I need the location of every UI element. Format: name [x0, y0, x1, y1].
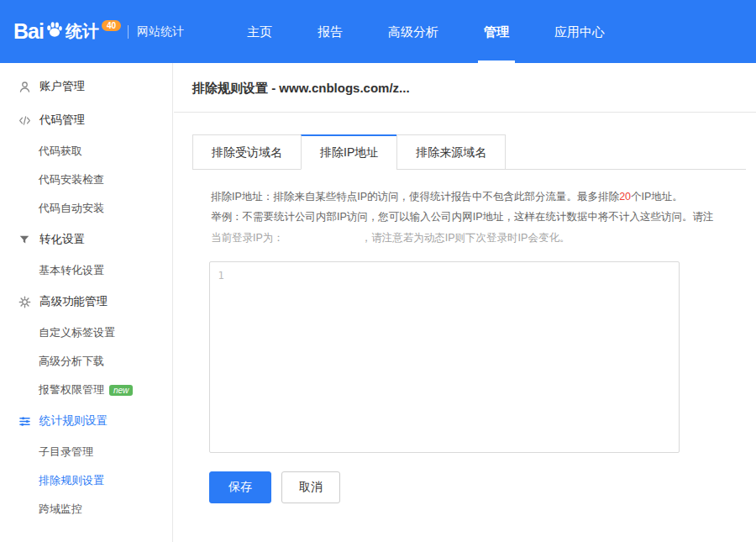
tab-bar: 排除受访域名 排除IP地址 排除来源域名 — [192, 134, 746, 170]
baidu-tongji-logo[interactable]: Bai 统计 40 网站统计 — [13, 19, 184, 45]
sidebar-item-label: 排除规则设置 — [39, 473, 104, 488]
help-line-1-text: 排除IP地址：排除来自某些特点IP的访问，使得统计报告中不包含此部分流量。最多排… — [211, 191, 619, 203]
help-line-3: 当前登录IP为：，请注意若为动态IP则下次登录时IP会变化。 — [211, 228, 746, 248]
sidebar-item-label: 账户管理 — [39, 79, 85, 94]
tab-exclude-visited-domain[interactable]: 排除受访域名 — [192, 134, 302, 170]
sidebar-item-label: 子目录管理 — [39, 445, 93, 460]
code-icon — [17, 113, 32, 127]
sidebar-item-stat-rules[interactable]: 统计规则设置 — [0, 404, 172, 438]
tab-label: 排除来源域名 — [416, 145, 486, 159]
sidebar-item-advanced-analysis-download[interactable]: 高级分析下载 — [0, 347, 172, 376]
sidebar-item-code-get[interactable]: 代码获取 — [0, 137, 172, 166]
nav-item-manage[interactable]: 管理 — [461, 0, 532, 63]
sliders-icon — [17, 414, 32, 428]
sidebar: 账户管理 代码管理 代码获取 代码安装检查 代码自动安装 转化设置 基本转化设置… — [0, 63, 173, 542]
help-line-1-suffix: 个IP地址。 — [631, 191, 683, 203]
nav-label: 高级分析 — [388, 24, 438, 39]
nav-item-home[interactable]: 主页 — [224, 0, 295, 63]
nav-item-reports[interactable]: 报告 — [295, 0, 365, 63]
sidebar-item-subdirectory[interactable]: 子目录管理 — [0, 438, 172, 466]
sidebar-item-label: 自定义标签设置 — [39, 325, 115, 340]
product-name: 网站统计 — [137, 24, 184, 39]
tab-label: 排除受访域名 — [212, 145, 282, 159]
help-line-1: 排除IP地址：排除来自某些特点IP的访问，使得统计报告中不包含此部分流量。最多排… — [211, 187, 746, 207]
sidebar-item-label: 基本转化设置 — [39, 263, 104, 278]
sidebar-item-label: 代码自动安装 — [39, 201, 104, 216]
ip-list-input[interactable] — [232, 262, 679, 452]
sidebar-item-advanced-features[interactable]: 高级功能管理 — [0, 285, 172, 318]
sidebar-item-label: 统计规则设置 — [39, 413, 108, 429]
sidebar-item-label: 代码管理 — [39, 113, 85, 128]
current-ip-label: 当前登录IP为： — [211, 232, 284, 244]
sidebar-item-conversion-settings[interactable]: 转化设置 — [0, 223, 172, 256]
nav-label: 主页 — [247, 24, 272, 39]
main-content: 排除规则设置 - www.cnblogs.com/z... 排除受访域名 排除I… — [174, 63, 756, 542]
sidebar-item-code-auto-install[interactable]: 代码自动安装 — [0, 194, 172, 223]
sidebar-item-account-management[interactable]: 账户管理 — [0, 70, 172, 103]
sidebar-item-label: 转化设置 — [39, 232, 85, 247]
sidebar-item-label: 报警权限管理 — [39, 382, 104, 397]
nav-item-advanced-analysis[interactable]: 高级分析 — [365, 0, 461, 63]
tab-exclude-ip[interactable]: 排除IP地址 — [301, 134, 397, 170]
editor-line-number: 1 — [210, 262, 232, 452]
new-badge: new — [109, 385, 133, 396]
sidebar-item-label: 跨域监控 — [39, 502, 82, 517]
nav-label: 报告 — [318, 24, 343, 39]
sidebar-item-alert-permission[interactable]: 报警权限管理 new — [0, 376, 172, 404]
paw-icon — [45, 19, 65, 39]
max-ip-count: 20 — [619, 191, 631, 203]
nav-item-app-center[interactable]: 应用中心 — [532, 0, 627, 63]
sidebar-item-basic-conversion[interactable]: 基本转化设置 — [0, 256, 172, 285]
sidebar-item-custom-tags[interactable]: 自定义标签设置 — [0, 318, 172, 347]
cancel-button[interactable]: 取消 — [281, 471, 340, 503]
nav-label: 应用中心 — [554, 24, 605, 39]
sidebar-item-label: 代码安装检查 — [39, 172, 104, 187]
action-buttons: 保存 取消 — [209, 471, 746, 503]
tab-exclude-source-domain[interactable]: 排除来源域名 — [396, 134, 506, 170]
sidebar-item-exclude-rules[interactable]: 排除规则设置 — [0, 466, 172, 495]
user-icon — [17, 80, 32, 93]
funnel-icon — [17, 233, 32, 246]
sidebar-item-label: 高级功能管理 — [39, 294, 108, 309]
sidebar-item-label: 代码获取 — [39, 144, 82, 159]
help-line-3-suffix: ，请注意若为动态IP则下次登录时IP会变化。 — [361, 232, 570, 244]
main-nav: 主页 报告 高级分析 管理 应用中心 — [224, 0, 627, 63]
ip-list-editor: 1 — [209, 261, 680, 453]
sidebar-item-cross-domain[interactable]: 跨域监控 — [0, 495, 172, 524]
logo-suffix: 统计 — [66, 20, 99, 43]
help-text: 排除IP地址：排除来自某些特点IP的访问，使得统计报告中不包含此部分流量。最多排… — [211, 187, 746, 248]
gear-icon — [17, 295, 32, 308]
top-header: Bai 统计 40 网站统计 主页 报告 高级分析 管理 应用中心 — [0, 0, 756, 63]
sidebar-item-code-install-check[interactable]: 代码安装检查 — [0, 166, 172, 194]
sidebar-item-label: 高级分析下载 — [39, 354, 104, 369]
logo-text: Bai — [13, 19, 44, 44]
version-badge: 40 — [102, 20, 121, 31]
help-line-2: 举例：不需要统计公司内部IP访问，您可以输入公司内网IP地址，这样在统计数据中将… — [211, 207, 746, 227]
sidebar-item-code-management[interactable]: 代码管理 — [0, 103, 172, 137]
current-ip-value — [284, 233, 361, 241]
page-title: 排除规则设置 - www.cnblogs.com/z... — [174, 63, 756, 113]
nav-label: 管理 — [484, 24, 509, 39]
save-button[interactable]: 保存 — [209, 471, 271, 503]
tab-label: 排除IP地址 — [320, 145, 378, 159]
logo-divider — [128, 25, 129, 39]
content-area: 排除受访域名 排除IP地址 排除来源域名 排除IP地址：排除来自某些特点IP的访… — [174, 113, 756, 503]
